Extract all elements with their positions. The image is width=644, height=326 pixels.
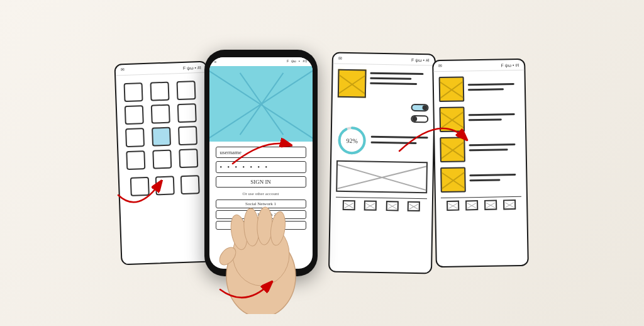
progress-section: 92% [336,125,428,157]
list-line-3a [469,143,515,146]
status-icon-right: ✉ [438,64,442,69]
list-lines-1 [467,83,519,94]
list-image-2 [439,106,465,132]
list-item-1 [438,76,519,102]
nav-icon-2[interactable] [364,201,377,211]
list-line-1a [467,83,514,86]
app-icon-3 [176,81,196,100]
phone-status-bar: ✉ F ψω • #I [209,57,313,66]
nav-icon-1[interactable] [342,200,355,210]
app-icon-11 [152,150,172,169]
toggle-row-2 [337,114,428,123]
list-item-3 [440,136,521,162]
toggle-2-knob [412,116,417,121]
dashboard-bottom-nav [335,197,426,215]
app-grid [121,78,204,172]
status-center-left: F ψω • #I [182,65,201,70]
progress-line-1 [370,135,428,138]
card-left-bottom-icons [124,170,205,199]
toggle-2[interactable] [411,115,428,123]
bottom-icon-1 [130,177,149,196]
app-icon-1 [123,82,143,102]
hand-illustration [192,201,330,314]
bottom-icon-2 [155,176,174,195]
status-icon-mid: ✉ [338,56,341,61]
right-nav-icon-1[interactable] [447,201,459,211]
list-line-2a [468,113,514,116]
toggle-1-knob [422,105,427,110]
progress-lines [370,135,428,147]
header-line-2 [370,77,411,80]
list-image-4 [440,167,466,193]
list-item-2 [439,106,520,132]
right-nav-icon-3[interactable] [484,200,497,210]
card-right: ✉ F ψω • #I [432,59,529,268]
sign-in-button[interactable]: SIGN IN [216,176,306,188]
app-icon-7 [125,128,145,147]
right-bottom-nav [440,196,521,213]
or-text: Or use other account [216,191,306,196]
list-lines-2 [468,113,519,124]
status-center-mid: F ψω • #I [411,57,429,62]
app-icon-2 [150,82,169,101]
app-icon-9 [177,126,197,145]
status-center-right: F ψω • #I [501,62,519,67]
dashboard-header [337,69,429,99]
list-line-2b [468,118,501,121]
card-right-content [433,70,526,218]
dashboard-header-image [337,69,366,98]
progress-label: 92% [346,137,358,144]
phone-hero-image [209,66,313,142]
list-lines-3 [469,143,520,154]
list-item-4 [440,166,521,193]
list-line-3b [469,149,508,151]
app-icon-10 [126,150,145,170]
password-field[interactable]: • • • • • • • [216,161,306,173]
header-line-1 [370,72,423,75]
dashboard-header-lines [370,70,429,89]
app-icon-5 [150,104,170,124]
app-icon-4 [124,105,143,125]
right-nav-icon-2[interactable] [465,200,478,210]
list-line-1b [467,88,503,91]
card-left-content [116,73,211,205]
toggle-1[interactable] [411,104,428,111]
hero-x-line1 [209,67,313,142]
username-field[interactable]: username [216,147,306,158]
list-line-4a [469,174,516,176]
nav-icon-3[interactable] [386,201,398,211]
list-lines-4 [469,174,521,184]
phone-status-center: F ψω • #I [287,59,307,64]
list-image-3 [440,137,465,162]
progress-line-2 [370,141,416,143]
hero-x-line2 [209,67,313,142]
app-icon-8-highlighted [152,127,171,147]
progress-circle: 92% [336,125,367,156]
phone-status-icon: ✉ [214,59,217,64]
list-image-1 [438,76,464,102]
card-mid-right-content: 92% [330,64,434,220]
nav-icon-4[interactable] [407,201,419,211]
status-icon-left: ✉ [120,67,124,72]
toggle-row-1 [337,103,428,112]
app-icon-6 [177,103,196,123]
phone-wrapper: ✉ F ψω • #I username • • • • • • • SIGN … [204,50,318,276]
header-line-3 [370,82,417,85]
list-line-4b [469,179,500,181]
bottom-icon-3 [180,175,199,194]
app-icon-12 [179,149,198,168]
dashboard-image-placeholder [336,160,428,194]
card-mid-right: ✉ F ψω • #I [328,52,435,274]
scene: ✉ F ψω • #I [0,0,644,326]
right-nav-icon-4[interactable] [503,200,516,210]
